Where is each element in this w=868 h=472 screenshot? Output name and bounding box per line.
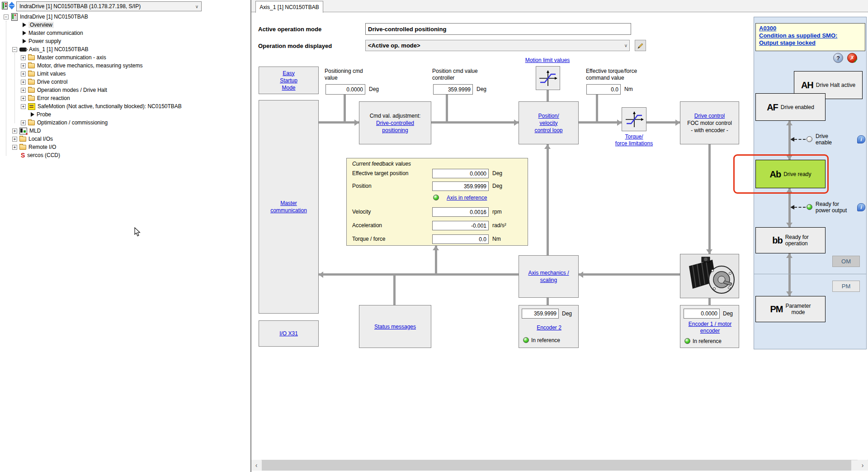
positioning-cmd-field[interactable]: 0.0000 (326, 84, 365, 95)
tree-item-operation-modes[interactable]: + Operation modes / Drive Halt (0, 86, 250, 94)
status-messages-block[interactable]: Status messages (359, 305, 431, 348)
drive-control-block[interactable]: Drive control FOC motor control - with e… (680, 101, 739, 144)
tree-item-axis1[interactable]: − Axis_1 [1] NC0150TBAB (0, 45, 250, 53)
easy-startup-mode-block[interactable]: Easy Startup Mode (259, 67, 319, 94)
tree-item-indradrive-root[interactable]: − IndraDrive [1] NC0150TBAB (0, 13, 250, 21)
info-icon[interactable]: i (857, 135, 865, 143)
drive-controlled-positioning-link[interactable]: Drive-controlled (376, 119, 414, 127)
device-selector[interactable]: IndraDrive [1] NC0150TBAB (10.178.27.198… (16, 1, 202, 11)
drive-controlled-positioning-link[interactable]: positioning (382, 127, 408, 134)
tree-item-error-reaction[interactable]: + Error reaction (0, 94, 250, 102)
drive-control-link[interactable]: Drive control (694, 112, 725, 119)
encoder1-field[interactable]: 0.0000 (684, 309, 720, 319)
io-x31-link[interactable]: I/O X31 (279, 330, 298, 337)
tree-item-probe[interactable]: Probe (0, 110, 250, 119)
scrollbar-thumb[interactable] (262, 460, 851, 471)
drive-enable-label: Drive enable (816, 133, 832, 146)
easy-startup-link[interactable]: Mode (282, 84, 295, 91)
operation-mode-displayed-dropdown[interactable]: <Active op. mode> ∨ (365, 40, 630, 51)
acceleration-field[interactable]: -0.001 (432, 221, 489, 230)
expand-icon[interactable]: + (21, 88, 26, 93)
tree-item-overview[interactable]: Overview (0, 21, 250, 29)
tree-item-master-comm-axis[interactable]: + Master communication - axis (0, 53, 250, 62)
encoder2-box: 359.9999 Deg Encoder 2 In reference (519, 305, 579, 348)
axis-mechanics-block[interactable]: Axis mechanics / scaling (519, 255, 579, 298)
tree-item-mld[interactable]: + MLD (0, 127, 250, 135)
edit-operation-mode-button[interactable] (635, 40, 646, 51)
torque-cmd-value: 0.0 (611, 86, 618, 93)
torque-force-field[interactable]: 0.0 (432, 234, 489, 244)
torque-cmd-field[interactable]: 0.0 (586, 84, 621, 95)
info-icon[interactable]: i (857, 203, 865, 211)
io-x31-block[interactable]: I/O X31 (259, 320, 319, 347)
position-velocity-loop-block[interactable]: Position/ velocity control loop (519, 101, 579, 144)
panel-splitter[interactable] (250, 0, 251, 472)
torque-limitations-link[interactable]: force limitations (606, 140, 662, 147)
active-operation-mode-field[interactable]: Drive-controlled positioning (365, 23, 631, 35)
diagnostic-text-link[interactable]: Output stage locked (759, 39, 862, 47)
encoder2-link[interactable]: Encoder 2 (537, 324, 561, 331)
expand-icon[interactable]: + (21, 96, 26, 101)
expand-icon[interactable]: + (12, 129, 17, 133)
position-velocity-link[interactable]: Position/ (538, 112, 559, 119)
diagnostics-help-icon[interactable]: ? (833, 53, 843, 63)
axis-mechanics-link[interactable]: Axis mechanics / (528, 269, 569, 277)
expand-icon[interactable]: + (21, 72, 26, 76)
position-velocity-link[interactable]: control loop (534, 127, 562, 134)
position-velocity-link[interactable]: velocity (539, 119, 557, 127)
encoder1-link[interactable]: Encoder 1 / motor (680, 321, 740, 328)
expand-icon[interactable]: + (21, 55, 26, 60)
master-communication-block[interactable]: Master communication (259, 100, 319, 314)
tree-item-remote-io[interactable]: + Remote I/O (0, 143, 250, 151)
motion-limit-values-link[interactable]: Motion limit values (525, 57, 570, 63)
position-cmd-unit: Deg (476, 86, 486, 93)
diagnostic-code-link[interactable]: A0300 (759, 25, 862, 32)
help-glyph: ? (836, 55, 840, 62)
position-feedback-field[interactable]: 359.9999 (432, 181, 489, 191)
torque-limit-icon-box[interactable] (622, 107, 646, 131)
expand-icon[interactable]: + (12, 137, 17, 142)
pm-mode-button[interactable]: PM (832, 281, 860, 292)
tree-item-sercos[interactable]: S sercos (CCD) (0, 151, 250, 159)
tree-item-drive-control[interactable]: + Drive control (0, 78, 250, 86)
master-communication-link[interactable]: Master (280, 200, 297, 207)
expand-icon[interactable]: + (21, 80, 26, 85)
device-updown-icon[interactable] (9, 1, 15, 10)
motion-limit-icon-box[interactable] (536, 66, 560, 90)
clear-error-icon[interactable]: ✗ ✓ (847, 53, 857, 63)
collapse-icon[interactable]: − (4, 14, 9, 19)
feedback-row-unit: rpm (492, 209, 502, 215)
expand-icon[interactable]: + (21, 104, 26, 109)
tab-axis1[interactable]: Axis_1 [1] NC0150TBAB (255, 1, 323, 13)
tree-item-power-supply[interactable]: Power supply (0, 37, 250, 45)
velocity-field[interactable]: 0.0016 (432, 207, 489, 217)
encoder2-field[interactable]: 359.9999 (522, 309, 559, 319)
tree-item-limit-values[interactable]: + Limit values (0, 70, 250, 78)
easy-startup-link[interactable]: Easy (283, 70, 295, 77)
tree-item-local-ios[interactable]: + Local I/Os (0, 135, 250, 143)
collapse-icon[interactable]: − (12, 47, 17, 52)
master-communication-link[interactable]: communication (270, 207, 307, 214)
ready-power-led (807, 204, 812, 210)
scroll-left-button[interactable]: ‹ (251, 460, 261, 471)
status-messages-link[interactable]: Status messages (374, 323, 416, 330)
expand-icon[interactable]: + (21, 120, 26, 125)
tree-item-master-communication[interactable]: Master communication (0, 29, 250, 37)
diagnostic-text-link[interactable]: Condition as supplied SMO: (759, 32, 862, 39)
tree-item-safemotion[interactable]: + SafeMotion (Not active, functionally b… (0, 102, 250, 110)
om-mode-button[interactable]: OM (832, 256, 860, 267)
tree-item-motor-mechanics[interactable]: + Motor, drive mechanics, measuring syst… (0, 62, 250, 70)
expand-icon[interactable]: + (21, 63, 26, 68)
effective-target-position-field[interactable]: 0.0000 (432, 169, 489, 178)
axis-in-reference-link[interactable]: Axis in reference (447, 195, 487, 201)
tree-item-label: Drive control (37, 79, 67, 85)
axis-mechanics-link[interactable]: scaling (540, 277, 557, 284)
easy-startup-link[interactable]: Startup (280, 77, 297, 84)
position-cmd-field[interactable]: 359.9999 (433, 84, 473, 95)
scroll-right-button[interactable]: › (858, 460, 868, 471)
cmd-value-adjustment-block[interactable]: Cmd val. adjustment: Drive-controlled po… (359, 101, 431, 144)
tree-item-optimization[interactable]: + Optimization / commissioning (0, 119, 250, 127)
encoder1-link[interactable]: encoder (680, 328, 740, 334)
torque-limitations-link[interactable]: Torque/ (606, 133, 662, 140)
expand-icon[interactable]: + (12, 145, 17, 150)
